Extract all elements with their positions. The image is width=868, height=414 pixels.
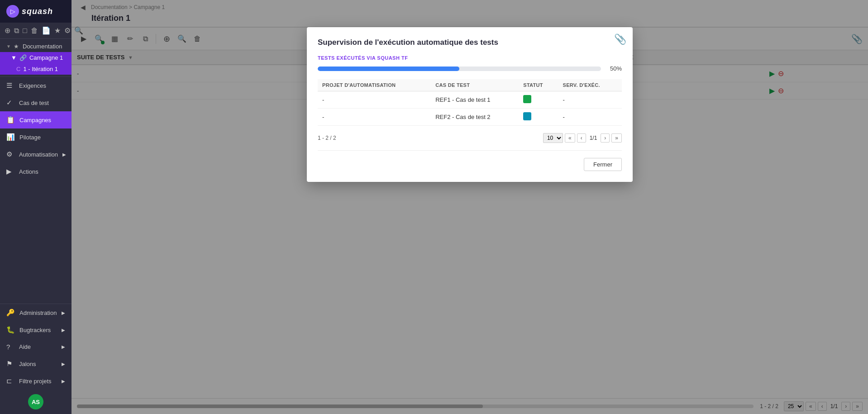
close-button[interactable]: Fermer	[584, 158, 622, 171]
gear-icon[interactable]: ⚙	[64, 26, 71, 35]
bug-arrow: ▶	[62, 328, 65, 333]
sidebar-item-iteration[interactable]: C 1 - Itération 1	[0, 63, 72, 75]
doc-icon[interactable]: 📄	[42, 26, 51, 35]
logo-text: squash	[22, 7, 53, 16]
sidebar-item-jalons[interactable]: ⚑ Jalons ▶	[0, 355, 72, 372]
pilotage-label: Pilotage	[19, 134, 41, 141]
jalons-icon: ⚑	[6, 360, 14, 368]
auto-arrow: ▶	[62, 152, 66, 157]
jalons-label: Jalons	[19, 361, 36, 367]
modal-cell-statut-1	[519, 91, 558, 109]
sidebar-item-exigences[interactable]: ☰ Exigences	[0, 77, 72, 94]
actions-icon: ▶	[6, 167, 14, 176]
modal-col-serv: SERV. D'EXÉC.	[558, 79, 622, 91]
main-area: ◀ Documentation > Campagne 1 Itération 1…	[72, 0, 868, 414]
modal-first-btn[interactable]: «	[565, 133, 575, 143]
modal-cell-serv-1: -	[558, 91, 622, 109]
modal-overlay[interactable]: 📎 Supervision de l'exécution automatique…	[72, 0, 868, 414]
modal-cell-serv-2: -	[558, 109, 622, 126]
modal-footer: Fermer	[318, 150, 622, 171]
modal-pagination: 1 - 2 / 2 10 25 50 « ‹ 1/1 › »	[318, 133, 622, 143]
bug-icon: 🐛	[6, 326, 15, 334]
bug-label: Bugtrackers	[19, 327, 51, 333]
user-avatar[interactable]: AS	[28, 394, 43, 409]
admin-icon: 🔑	[6, 309, 15, 317]
admin-arrow: ▶	[62, 310, 65, 315]
campagne-label: Campagne 1	[29, 54, 63, 61]
doc-tree-icon: ★	[14, 43, 20, 50]
modal-per-page[interactable]: 10 25 50	[543, 133, 563, 143]
star-icon[interactable]: ★	[54, 26, 61, 35]
collapse-icon: ▼	[6, 44, 11, 49]
aide-icon: ?	[6, 343, 14, 351]
progress-pct: 50%	[606, 65, 622, 72]
modal-table-row: - REF2 - Cas de test 2 -	[318, 109, 622, 126]
sidebar-item-aide[interactable]: ? Aide ▶	[0, 338, 72, 355]
aide-label: Aide	[19, 343, 31, 350]
sidebar: ▷ squash ⊕ ⧉ □ 🗑 📄 ★ ⚙ 🔍 ▼ ★ Documentati…	[0, 0, 72, 414]
sidebar-item-administration[interactable]: 🔑 Administration ▶	[0, 304, 72, 321]
iteration-label: 1 - Itération 1	[23, 66, 58, 72]
modal-status-dot-1	[523, 95, 531, 103]
modal-cell-cas-1: REF1 - Cas de test 1	[431, 91, 519, 109]
admin-label: Administration	[19, 309, 57, 316]
modal-col-statut: STATUT	[519, 79, 558, 91]
sidebar-item-actions[interactable]: ▶ Actions	[0, 163, 72, 180]
logo-icon: ▷	[6, 5, 19, 18]
cas-test-label: Cas de test	[19, 100, 49, 106]
progress-bar-wrap	[318, 67, 601, 71]
sidebar-item-documentation[interactable]: ▼ ★ Documentation	[0, 41, 72, 52]
auto-label: Automatisation	[19, 151, 58, 158]
trash-icon[interactable]: 🗑	[31, 27, 38, 35]
progress-container: 50%	[318, 65, 622, 72]
jalons-arrow: ▶	[62, 362, 65, 366]
add-icon[interactable]: ⊕	[5, 26, 10, 35]
modal-cell-projet-2: -	[318, 109, 431, 126]
iteration-icon: C	[16, 66, 20, 72]
logo[interactable]: ▷ squash	[0, 0, 72, 23]
sidebar-item-cas-de-test[interactable]: ✓ Cas de test	[0, 94, 72, 111]
campagne-collapse-icon: ▼	[11, 54, 17, 61]
progress-bar-fill	[318, 67, 459, 71]
square-icon[interactable]: □	[23, 27, 27, 35]
filtre-icon: ⊏	[6, 377, 14, 385]
cas-test-icon: ✓	[6, 99, 14, 107]
sidebar-bottom: 🔑 Administration ▶ 🐛 Bugtrackers ▶ ? Aid…	[0, 304, 72, 414]
sidebar-item-campagne[interactable]: ▼ 🔗 Campagne 1	[0, 52, 72, 63]
modal-cell-projet-1: -	[318, 91, 431, 109]
modal-section-label: TESTS EXÉCUTÉS VIA SQUASH TF	[318, 55, 622, 61]
modal-col-projet: PROJET D'AUTOMATISATION	[318, 79, 431, 91]
sidebar-item-bugtrackers[interactable]: 🐛 Bugtrackers ▶	[0, 321, 72, 338]
modal-table: PROJET D'AUTOMATISATION CAS DE TEST STAT…	[318, 79, 622, 126]
sidebar-item-campagnes[interactable]: 📋 Campagnes	[0, 111, 72, 128]
sidebar-item-filtre[interactable]: ⊏ Filtre projets ▶	[0, 372, 72, 390]
filtre-label: Filtre projets	[19, 378, 52, 385]
campagne-icon: 🔗	[19, 54, 27, 61]
modal-cell-cas-2: REF2 - Cas de test 2	[431, 109, 519, 126]
sidebar-item-pilotage[interactable]: 📊 Pilotage	[0, 128, 72, 146]
campagnes-icon: 📋	[6, 116, 15, 124]
tree-nav: ▼ ★ Documentation ▼ 🔗 Campagne 1 C 1 - I…	[0, 39, 72, 77]
modal-page-num: 1/1	[588, 135, 599, 141]
pilotage-icon: 📊	[6, 133, 15, 141]
documentation-label: Documentation	[23, 43, 62, 50]
modal-status-dot-2	[523, 112, 531, 120]
modal-next-btn[interactable]: ›	[601, 133, 610, 143]
modal-col-cas: CAS DE TEST	[431, 79, 519, 91]
campagnes-label: Campagnes	[19, 117, 51, 124]
sidebar-item-automatisation[interactable]: ⚙ Automatisation ▶	[0, 146, 72, 163]
sidebar-top-icons: ⊕ ⧉ □ 🗑 📄 ★ ⚙ 🔍	[0, 23, 72, 39]
modal-dialog: 📎 Supervision de l'exécution automatique…	[307, 27, 633, 182]
aide-arrow: ▶	[62, 344, 65, 349]
copy-icon[interactable]: ⧉	[14, 27, 19, 35]
modal-last-btn[interactable]: »	[611, 133, 622, 143]
modal-attach-icon: 📎	[614, 33, 626, 45]
actions-label: Actions	[19, 168, 38, 175]
exigences-label: Exigences	[19, 82, 46, 89]
modal-cell-statut-2	[519, 109, 558, 126]
modal-prev-btn[interactable]: ‹	[577, 133, 586, 143]
modal-page-info: 1 - 2 / 2	[318, 135, 336, 141]
exigences-icon: ☰	[6, 81, 14, 90]
modal-table-row: - REF1 - Cas de test 1 -	[318, 91, 622, 109]
auto-icon: ⚙	[6, 150, 14, 158]
